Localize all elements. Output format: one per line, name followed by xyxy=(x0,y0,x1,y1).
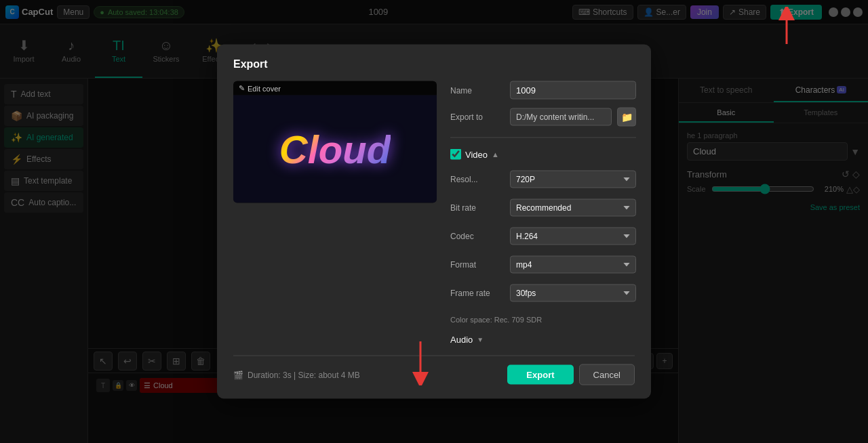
duration-info: Duration: 3s | Size: about 4 MB xyxy=(248,370,360,379)
bitrate-label: Bit rate xyxy=(450,203,505,213)
video-checkbox[interactable] xyxy=(450,149,461,160)
divider-1 xyxy=(450,138,636,138)
edit-cover-bar[interactable]: ✎ Edit cover xyxy=(233,81,437,96)
video-label: Video xyxy=(465,149,488,159)
export-to-row: Export to D:/My content writin... 📁 xyxy=(450,108,636,127)
preview-cloud-text: Cloud xyxy=(279,127,391,172)
export-to-label: Export to xyxy=(450,112,505,122)
format-row: Format mp4 mov avi xyxy=(450,256,636,274)
format-select[interactable]: mp4 mov avi xyxy=(510,256,636,274)
modal-form: Name Export to D:/My content writin... 📁… xyxy=(450,81,636,345)
audio-collapse-icon[interactable]: ▼ xyxy=(477,336,484,343)
framerate-row: Frame rate 24fps 25fps 30fps 60fps xyxy=(450,284,636,302)
modal-preview: ✎ Edit cover Cloud xyxy=(233,81,437,203)
video-section-header: Video ▲ xyxy=(450,149,636,160)
export-confirm-button[interactable]: Export xyxy=(507,365,573,385)
codec-label: Codec xyxy=(450,232,505,241)
export-path-display: D:/My content writin... xyxy=(510,108,612,126)
codec-row: Codec H.264 H.265 xyxy=(450,228,636,245)
footer-buttons: Export Cancel xyxy=(507,364,635,385)
pencil-icon: ✎ xyxy=(239,84,245,93)
export-modal: Export ✎ Edit cover Cloud Name Export to xyxy=(217,45,651,399)
export-path-text: D:/My content writin... xyxy=(516,112,594,122)
footer-info: 🎬 Duration: 3s | Size: about 4 MB xyxy=(233,370,360,379)
name-label: Name xyxy=(450,85,505,95)
framerate-label: Frame rate xyxy=(450,289,505,298)
name-input[interactable] xyxy=(510,81,636,100)
audio-section: Audio ▼ xyxy=(450,335,636,345)
bitrate-row: Bit rate Recommended Low Medium High xyxy=(450,199,636,217)
advanced-settings-icon[interactable]: ▲ xyxy=(492,150,499,159)
cancel-button[interactable]: Cancel xyxy=(579,364,635,385)
preview-img-area: Cloud xyxy=(233,96,437,203)
format-label: Format xyxy=(450,260,505,270)
folder-browse-button[interactable]: 📁 xyxy=(617,108,636,127)
modal-footer: 🎬 Duration: 3s | Size: about 4 MB Export… xyxy=(233,356,635,385)
framerate-select[interactable]: 24fps 25fps 30fps 60fps xyxy=(510,284,636,302)
codec-select[interactable]: H.264 H.265 xyxy=(510,228,636,245)
name-row: Name xyxy=(450,81,636,100)
modal-title: Export xyxy=(233,58,635,70)
film-icon: 🎬 xyxy=(233,370,243,379)
audio-label: Audio ▼ xyxy=(450,335,636,345)
resolution-row: Resol... 720P 1080P 4K xyxy=(450,171,636,188)
color-space-info: Color space: Rec. 709 SDR xyxy=(450,316,636,324)
resolution-label: Resol... xyxy=(450,175,505,184)
edit-cover-label: Edit cover xyxy=(248,84,281,92)
folder-icon: 📁 xyxy=(621,112,633,123)
resolution-select[interactable]: 720P 1080P 4K xyxy=(510,171,636,188)
bitrate-select[interactable]: Recommended Low Medium High xyxy=(510,199,636,217)
modal-body: ✎ Edit cover Cloud Name Export to D:/My … xyxy=(233,81,635,345)
